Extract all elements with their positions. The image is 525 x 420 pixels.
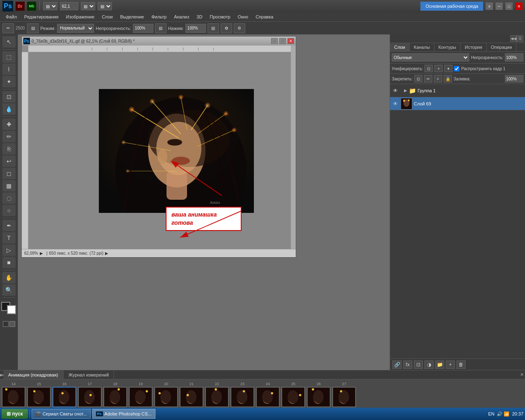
- distribute-checkbox[interactable]: [454, 66, 459, 71]
- color-swatches[interactable]: [1, 300, 17, 316]
- layer-style-btn[interactable]: fx: [403, 361, 412, 369]
- move-tool[interactable]: ↖: [2, 36, 16, 48]
- frame-thumbnail[interactable]: [180, 387, 203, 407]
- brush-tool-tb[interactable]: ✏: [2, 131, 16, 142]
- expand-icon[interactable]: »: [486, 2, 493, 10]
- hand-tool[interactable]: ✋: [2, 272, 16, 283]
- pressure-btn[interactable]: ▤: [208, 23, 219, 33]
- layer-expand-arrow[interactable]: ▶: [404, 88, 407, 93]
- layer-row-69[interactable]: 👁 Слой 69: [390, 97, 525, 110]
- extra-btn[interactable]: ⚙: [234, 23, 245, 33]
- layer-adj-btn[interactable]: ◑: [425, 361, 434, 369]
- opacity-layers-input[interactable]: [505, 53, 523, 62]
- zoom-input[interactable]: [60, 2, 78, 10]
- magic-wand-tool[interactable]: ✦: [2, 76, 16, 87]
- layer-new-btn[interactable]: +: [446, 361, 455, 369]
- minimize-button[interactable]: ─: [495, 2, 503, 10]
- menu-3d[interactable]: 3D: [193, 14, 205, 20]
- layer-group-btn[interactable]: 📁: [435, 361, 444, 369]
- workspace-button[interactable]: Основная рабочая среда: [420, 2, 483, 11]
- frame-thumbnail[interactable]: [52, 387, 76, 407]
- panel-menu-btn[interactable]: ☰: [517, 35, 523, 42]
- tab-history[interactable]: История: [461, 43, 487, 51]
- tab-measurement[interactable]: Журнал измерений: [64, 370, 114, 379]
- tab-actions[interactable]: Операции: [487, 43, 516, 51]
- stamp-tool[interactable]: ⎘: [2, 143, 16, 155]
- br-logo[interactable]: Br: [16, 2, 25, 11]
- menu-filter[interactable]: Фильтр: [148, 14, 170, 20]
- healing-tool[interactable]: ✚: [2, 119, 16, 130]
- brush-tool[interactable]: ✏: [2, 23, 14, 33]
- layer-row-group[interactable]: 👁 ▶ 📁 Группа 1: [390, 84, 525, 97]
- menu-analyze[interactable]: Анализ: [171, 14, 192, 20]
- doc-restore-btn[interactable]: □: [279, 38, 286, 44]
- shape-tool[interactable]: ■: [2, 257, 16, 268]
- layer-visibility-69[interactable]: 👁: [392, 100, 399, 107]
- tool-option-btn[interactable]: ▤: [27, 23, 39, 33]
- zoom-tool[interactable]: 🔍: [2, 284, 16, 296]
- lock-all-btn[interactable]: 🔒: [444, 75, 452, 82]
- canvas-image[interactable]: Amiss: [99, 89, 254, 213]
- gradient-tool[interactable]: ▦: [2, 180, 16, 192]
- lock-image-btn[interactable]: ✏: [424, 75, 432, 82]
- quick-mask-btn[interactable]: [3, 321, 9, 327]
- eyedropper-tool[interactable]: 💧: [2, 103, 16, 115]
- blend-mode-select[interactable]: Нормальный: [57, 24, 94, 33]
- frame-thumbnail[interactable]: [129, 387, 153, 407]
- frame-thumbnail[interactable]: [78, 387, 102, 407]
- tab-paths[interactable]: Контуры: [434, 43, 461, 51]
- layer-link-btn[interactable]: 🔗: [393, 361, 402, 369]
- text-tool[interactable]: T: [2, 232, 16, 244]
- frame-thumbnail[interactable]: [281, 387, 305, 407]
- pen-tool[interactable]: ✒: [2, 220, 16, 231]
- lock-position-btn[interactable]: +: [434, 75, 442, 82]
- restore-button[interactable]: □: [505, 2, 513, 10]
- menu-view[interactable]: Просмотр: [206, 14, 233, 20]
- fill-input[interactable]: [505, 75, 523, 82]
- frame-thumbnail[interactable]: [103, 387, 127, 407]
- tool-size-select[interactable]: ▤: [81, 2, 95, 10]
- marquee-tool[interactable]: ⬚: [2, 51, 16, 63]
- opacity-input[interactable]: [133, 24, 153, 33]
- menu-select[interactable]: Выделение: [117, 14, 147, 20]
- eraser-tool[interactable]: ◻: [2, 168, 16, 179]
- crop-tool[interactable]: ⊡: [2, 91, 16, 103]
- panel-close-btn[interactable]: ✕: [518, 372, 525, 377]
- frame-thumbnail[interactable]: [154, 387, 178, 407]
- unify-all-btn[interactable]: ✦: [444, 65, 452, 72]
- menu-window[interactable]: Окно: [235, 14, 252, 20]
- frame-thumbnail[interactable]: [205, 387, 229, 407]
- tab-animation[interactable]: Анимация (покадровая): [3, 370, 64, 379]
- opacity-btn[interactable]: ▤: [155, 23, 167, 33]
- frame-thumbnail[interactable]: [307, 387, 331, 407]
- history-brush-tool[interactable]: ↩: [2, 155, 16, 167]
- menu-layers[interactable]: Слои: [98, 14, 116, 20]
- menu-file[interactable]: Файл: [2, 14, 20, 20]
- document-content[interactable]: |||||||||: [22, 46, 296, 249]
- panel-collapse-btn[interactable]: ◀◀: [510, 35, 517, 42]
- tool-option-select[interactable]: ▤: [98, 2, 112, 10]
- layer-visibility-group[interactable]: 👁: [392, 87, 399, 94]
- doc-close-btn[interactable]: ✕: [288, 38, 294, 44]
- taskbar-item-video[interactable]: 🎬 Сериал Сваты снот...: [32, 409, 91, 419]
- blur-tool[interactable]: ◌: [2, 192, 16, 204]
- panel-resize-left[interactable]: ◀◀: [0, 373, 3, 377]
- lock-transparent-btn[interactable]: ⊡: [414, 75, 422, 82]
- menu-image[interactable]: Изображение: [63, 14, 98, 20]
- pressure-input[interactable]: [185, 24, 206, 33]
- menu-help[interactable]: Справка: [252, 14, 276, 20]
- image-type-select[interactable]: ▤: [43, 2, 57, 10]
- vertical-scrollbar[interactable]: [291, 46, 296, 249]
- tab-layers[interactable]: Слои: [390, 43, 410, 51]
- lang-indicator[interactable]: EN: [488, 411, 494, 416]
- layer-delete-btn[interactable]: 🗑: [457, 361, 466, 369]
- taskbar-item-photoshop[interactable]: Ps Adobe Photoshop CS...: [92, 409, 155, 419]
- frame-thumbnail[interactable]: [332, 387, 356, 407]
- frame-thumbnail[interactable]: [27, 387, 51, 407]
- unify-position-btn[interactable]: +: [434, 65, 443, 72]
- mb-logo[interactable]: Mb: [27, 2, 36, 11]
- layer-mask-btn[interactable]: ⊡: [414, 361, 423, 369]
- start-button[interactable]: ⊞ пуск: [2, 409, 28, 419]
- frame-thumbnail[interactable]: [256, 387, 280, 407]
- tab-channels[interactable]: Каналы: [410, 43, 434, 51]
